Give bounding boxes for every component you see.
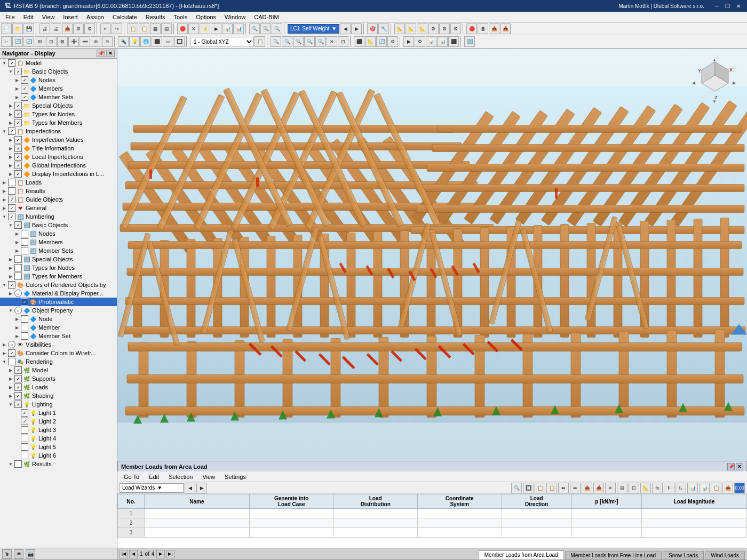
menu-cadbim[interactable]: CAD-BIM <box>250 13 283 21</box>
expand-icon[interactable]: ▶ <box>7 367 14 373</box>
expand-icon[interactable]: ▶ <box>14 94 20 100</box>
cell-generate-1[interactable] <box>249 509 333 518</box>
table-tb-next[interactable]: ▶ <box>196 483 207 493</box>
tree-item-types-members[interactable]: ▶ ✓ 📁 Types for Members <box>0 118 117 127</box>
tree-item-numbering[interactable]: ▼ ✓ 🔢 Numbering <box>0 212 117 221</box>
table-tb-10[interactable]: ⊞ <box>617 483 627 493</box>
tree-item-light1[interactable]: ✓ 💡 Light 1 <box>0 409 117 417</box>
expand-icon[interactable]: ▶ <box>14 239 20 245</box>
page-prev-btn[interactable]: ◀ <box>129 550 138 558</box>
tb-r2-10[interactable]: ⊖ <box>102 36 113 47</box>
tree-item-visibilities[interactable]: ▶ ○ 👁 Visibilities <box>0 340 117 349</box>
check-ren-results[interactable] <box>14 460 22 468</box>
menu-results[interactable]: Results <box>141 13 170 21</box>
cell-coord-2[interactable] <box>417 518 502 528</box>
tb-print[interactable]: 🖨 <box>39 23 50 34</box>
check-op-member[interactable] <box>21 324 28 331</box>
tb-r2-26[interactable]: 📐 <box>365 36 376 47</box>
expand-icon[interactable]: ▶ <box>14 230 20 237</box>
tb-r2-31[interactable]: 📊 <box>426 36 436 47</box>
cell-p-3[interactable] <box>571 528 641 538</box>
check-num-members[interactable] <box>21 238 28 246</box>
tb-r2-8[interactable]: ➖ <box>80 36 90 47</box>
expand-icon[interactable]: ▶ <box>14 77 20 83</box>
check-types-nodes[interactable]: ✓ <box>14 110 22 118</box>
tb-r2-30[interactable]: ⚙ <box>415 36 425 47</box>
tree-item-model[interactable]: ▼ ✓ 📋 Model <box>0 59 117 67</box>
cell-dist-3[interactable] <box>333 528 418 538</box>
tree-item-object-property[interactable]: ▼ ○ 🔷 Object Property <box>0 306 117 315</box>
menu-window[interactable]: Window <box>220 13 250 21</box>
nav-close-button[interactable]: ✕ <box>106 50 115 57</box>
lc-combo[interactable]: LC1 Self Weight ▼ <box>288 24 339 34</box>
tb-r2-34[interactable]: 🔢 <box>464 36 475 47</box>
check-model[interactable]: ✓ <box>8 59 15 67</box>
expand-icon[interactable]: ▶ <box>7 102 14 109</box>
expand-icon[interactable]: ▶ <box>1 205 7 211</box>
cell-mag-2[interactable] <box>642 518 747 528</box>
expand-icon[interactable]: ▶ <box>14 333 20 339</box>
tb-t7[interactable]: ⚡ <box>200 23 210 34</box>
tree-item-material-display[interactable]: ▶ ○ 🔷 Material & Display Proper... <box>0 289 117 298</box>
tree-item-op-member[interactable]: ▶ 🔷 Member <box>0 323 117 332</box>
tb-t2[interactable]: 📋 <box>139 23 149 34</box>
tree-item-supports[interactable]: ▶ ✓ 🌿 Supports <box>0 374 117 383</box>
tree-item-special[interactable]: ▶ ✓ 📁 Special Objects <box>0 101 117 110</box>
check-shading[interactable]: ✓ <box>14 392 22 399</box>
expand-icon[interactable]: ▶ <box>14 247 20 254</box>
check-types-members[interactable]: ✓ <box>14 119 22 126</box>
tree-item-nodes[interactable]: ▶ ✓ 🔷 Nodes <box>0 76 117 84</box>
table-tb-prev[interactable]: ◀ <box>185 483 195 493</box>
cell-name-3[interactable] <box>145 528 250 538</box>
expand-icon[interactable]: ▶ <box>14 316 20 322</box>
check-title[interactable]: ✓ <box>14 145 22 152</box>
tb-r2-2[interactable]: 🔄 <box>12 36 23 47</box>
expand-icon[interactable]: ▶ <box>1 341 7 348</box>
tb-t16[interactable]: 📐 <box>394 23 405 34</box>
check-special[interactable]: ✓ <box>14 102 22 109</box>
expand-icon[interactable]: ▶ <box>7 375 14 382</box>
menu-insert[interactable]: Insert <box>59 13 82 21</box>
tb-r2-15[interactable]: ▭ <box>163 36 173 47</box>
cell-p-1[interactable] <box>571 509 641 518</box>
tree-item-photorealistic[interactable]: ✓ 🎨 Photorealistic <box>0 298 117 306</box>
table-tb-15[interactable]: fₓ <box>676 483 686 493</box>
check-local[interactable]: ✓ <box>14 153 22 161</box>
check-guide[interactable]: ✓ <box>8 196 15 203</box>
tb-r2-5[interactable]: ⊡ <box>46 36 57 47</box>
tree-item-title-info[interactable]: ▶ ✓ 🔶 Title Information <box>0 144 117 153</box>
tb-t22[interactable]: 🔴 <box>466 23 477 34</box>
tb-t5[interactable]: 🔴 <box>177 23 188 34</box>
table-tb-11[interactable]: ⊡ <box>629 483 639 493</box>
cell-dist-2[interactable] <box>333 518 418 528</box>
check-light2[interactable]: ✓ <box>21 418 28 425</box>
nav-eye-btn[interactable]: 👁 <box>14 549 23 559</box>
cell-dir-3[interactable] <box>502 528 571 538</box>
menu-tools[interactable]: Tools <box>169 13 192 21</box>
check-results[interactable] <box>8 187 15 195</box>
tab-member-loads-free[interactable]: Member Loads from Free Line Load <box>565 551 662 559</box>
expand-icon[interactable]: ▶ <box>7 162 14 169</box>
table-tb-13[interactable]: fx <box>652 483 663 493</box>
tb-t1[interactable]: 📋 <box>128 23 138 34</box>
tree-item-loads[interactable]: ▶ 📋 Loads <box>0 178 117 187</box>
tree-item-types-nodes[interactable]: ▶ ✓ 📁 Types for Nodes <box>0 110 117 118</box>
expand-icon[interactable]: ▶ <box>14 85 20 92</box>
tb-t17[interactable]: 📐 <box>406 23 416 34</box>
tb-r2-29[interactable]: ▶ <box>403 36 414 47</box>
tb-t19[interactable]: ⚙ <box>428 23 439 34</box>
tb-r2-1[interactable]: ↔ <box>1 36 12 47</box>
wizard-combo[interactable]: Load Wizards ▼ <box>120 483 184 493</box>
tb-t6[interactable]: ✕ <box>188 23 199 34</box>
check-supports[interactable]: ✓ <box>14 375 22 382</box>
table-menu-goto[interactable]: Go To <box>120 473 144 481</box>
check-colors[interactable]: ✓ <box>8 281 15 289</box>
table-tb-12[interactable]: 📐 <box>640 483 651 493</box>
table-tb-9[interactable]: ✕ <box>605 483 616 493</box>
tb-r2-12[interactable]: 💡 <box>129 36 140 47</box>
cell-generate-3[interactable] <box>249 528 333 538</box>
expand-icon[interactable]: ▼ <box>7 222 14 228</box>
check-lighting[interactable]: ✓ <box>14 401 22 408</box>
cube-nav-widget[interactable]: X Y Z ▲ ▼ ◀ ▶ <box>691 57 739 105</box>
check-basic[interactable]: ✓ <box>14 68 22 75</box>
